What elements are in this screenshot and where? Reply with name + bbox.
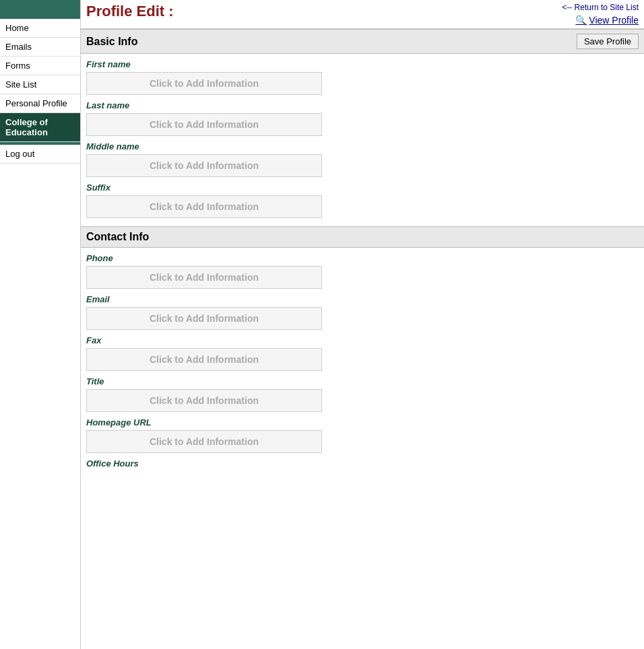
sidebar-item-emails[interactable]: Emails: [0, 38, 80, 57]
office-hours-group: Office Hours: [86, 458, 639, 469]
sidebar-item-personalprofile[interactable]: Personal Profile: [0, 94, 80, 113]
sidebar-item-home[interactable]: Home: [0, 19, 80, 38]
suffix-group: Suffix Click to Add Information: [86, 182, 639, 218]
suffix-input[interactable]: Click to Add Information: [86, 195, 322, 218]
return-to-site-list-link[interactable]: <-- Return to Site List: [562, 3, 639, 12]
last-name-input[interactable]: Click to Add Information: [86, 113, 322, 136]
view-profile-label: View Profile: [589, 15, 639, 26]
middle-name-input[interactable]: Click to Add Information: [86, 154, 322, 177]
page-header: Profile Edit : <-- Return to Site List 🔍…: [81, 0, 644, 29]
homepage-url-group: Homepage URL Click to Add Information: [86, 417, 639, 453]
title-input[interactable]: Click to Add Information: [86, 389, 322, 412]
basic-info-fields: First name Click to Add Information Last…: [81, 59, 644, 226]
header-right: <-- Return to Site List 🔍 View Profile: [562, 3, 639, 26]
search-icon: 🔍: [575, 15, 587, 26]
contact-info-section-header: Contact Info: [81, 226, 644, 248]
first-name-group: First name Click to Add Information: [86, 59, 639, 95]
last-name-group: Last name Click to Add Information: [86, 100, 639, 136]
middle-name-group: Middle name Click to Add Information: [86, 141, 639, 177]
first-name-input[interactable]: Click to Add Information: [86, 72, 322, 95]
basic-info-title: Basic Info: [86, 36, 137, 48]
phone-label: Phone: [86, 253, 639, 263]
main-content: Profile Edit : <-- Return to Site List 🔍…: [81, 0, 644, 649]
fax-input[interactable]: Click to Add Information: [86, 348, 322, 371]
sidebar-item-logout[interactable]: Log out: [0, 145, 80, 164]
phone-input[interactable]: Click to Add Information: [86, 266, 322, 289]
sidebar-item-college-education[interactable]: College of Education: [0, 113, 80, 142]
sidebar-item-forms[interactable]: Forms: [0, 57, 80, 75]
suffix-label: Suffix: [86, 182, 639, 193]
middle-name-label: Middle name: [86, 141, 639, 151]
contact-info-title: Contact Info: [86, 231, 149, 243]
fax-label: Fax: [86, 335, 639, 345]
title-group: Title Click to Add Information: [86, 376, 639, 412]
sidebar-header: [0, 0, 80, 19]
sidebar-item-sitelist[interactable]: Site List: [0, 75, 80, 94]
fax-group: Fax Click to Add Information: [86, 335, 639, 371]
email-label: Email: [86, 294, 639, 304]
last-name-label: Last name: [86, 100, 639, 110]
homepage-url-input[interactable]: Click to Add Information: [86, 430, 322, 453]
basic-info-section-header: Basic Info Save Profile: [81, 29, 644, 54]
title-label: Title: [86, 376, 639, 386]
email-input[interactable]: Click to Add Information: [86, 307, 322, 330]
sidebar: Home Emails Forms Site List Personal Pro…: [0, 0, 81, 649]
page-title: Profile Edit :: [86, 3, 174, 20]
email-group: Email Click to Add Information: [86, 294, 639, 330]
office-hours-label: Office Hours: [86, 458, 639, 469]
save-profile-button[interactable]: Save Profile: [577, 34, 639, 49]
phone-group: Phone Click to Add Information: [86, 253, 639, 289]
first-name-label: First name: [86, 59, 639, 69]
view-profile-link[interactable]: 🔍 View Profile: [575, 15, 639, 26]
homepage-url-label: Homepage URL: [86, 417, 639, 428]
contact-info-fields: Phone Click to Add Information Email Cli…: [81, 253, 644, 477]
